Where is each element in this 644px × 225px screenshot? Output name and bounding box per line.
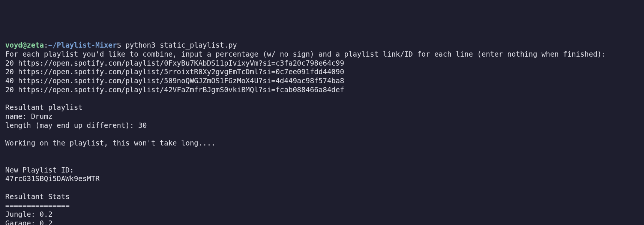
prompt-dollar: $ xyxy=(117,41,121,49)
prompt-user: voyd xyxy=(5,41,23,49)
instruction-line: For each playlist you'd like to combine,… xyxy=(5,50,606,58)
stat-line: Jungle: 0.2 xyxy=(5,210,53,218)
prompt-colon: : xyxy=(44,41,48,49)
name-line: name: Drumz xyxy=(5,112,53,120)
prompt-at: @ xyxy=(23,41,27,49)
input-line: 20 https://open.spotify.com/playlist/5rr… xyxy=(5,68,344,76)
prompt-path: ~/Playlist-Mixer xyxy=(48,41,117,49)
stats-divider: =============== xyxy=(5,201,70,210)
input-line: 20 https://open.spotify.com/playlist/0Fx… xyxy=(5,59,344,67)
working-line: Working on the playlist, this won't take… xyxy=(5,139,216,147)
command-text: python3 static_playlist.py xyxy=(125,41,237,49)
input-line: 40 https://open.spotify.com/playlist/509… xyxy=(5,76,344,85)
stat-line: Garage: 0.2 xyxy=(5,219,53,225)
prompt-host: zeta xyxy=(27,41,44,49)
length-line: length (may end up different): 30 xyxy=(5,121,147,129)
resultant-header: Resultant playlist xyxy=(5,103,83,111)
new-id-label: New Playlist ID: xyxy=(5,166,74,174)
stats-header: Resultant Stats xyxy=(5,192,70,201)
terminal-output[interactable]: voyd@zeta:~/Playlist-Mixer$ python3 stat… xyxy=(5,41,639,225)
new-id-value: 47rcG31SBQi5DAWk9esMTR xyxy=(5,174,100,183)
input-line: 20 https://open.spotify.com/playlist/42V… xyxy=(5,86,344,94)
